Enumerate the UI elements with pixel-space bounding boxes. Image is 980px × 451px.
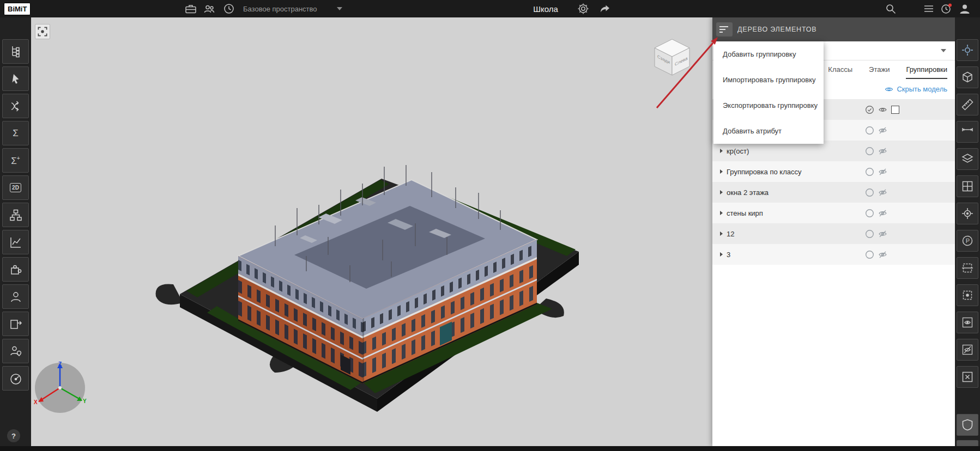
tab-classes[interactable]: Классы (828, 60, 852, 79)
pan-button[interactable] (957, 39, 978, 61)
sum-add-icon: Σ+ (11, 156, 20, 166)
tab-groupings[interactable]: Группировки (906, 60, 947, 79)
axis-y-label: Y (83, 398, 87, 404)
gauge-icon (9, 371, 23, 386)
tree-row[interactable]: 12 (712, 223, 955, 244)
select-circle-icon[interactable] (865, 250, 874, 259)
pan-icon (961, 44, 974, 57)
color-checkbox[interactable] (891, 106, 899, 114)
select-circle-icon[interactable] (865, 229, 874, 239)
expand-arrow-icon[interactable] (720, 211, 723, 215)
layers-icon (961, 153, 974, 166)
bottom-strip (0, 446, 980, 451)
axes-gizmo[interactable]: Z X Y (33, 361, 87, 415)
account-icon[interactable] (958, 2, 971, 15)
settings-gear-icon[interactable] (577, 2, 590, 15)
tree-row[interactable]: стены кирп (712, 203, 955, 223)
left-toolbar: Σ Σ+ 2D (0, 17, 31, 451)
expand-arrow-icon[interactable] (720, 252, 723, 257)
grouping-context-menu: Добавить группировку Импортировать групп… (713, 41, 824, 144)
visibility-off-icon[interactable] (878, 147, 887, 156)
filter-button[interactable] (957, 414, 978, 436)
plan-button[interactable]: P (957, 230, 978, 252)
panel-header: ДЕРЕВО ЭЛЕМЕНТОВ (712, 17, 955, 41)
svg-text:P: P (966, 237, 970, 244)
view-2d-button[interactable]: 2D (2, 175, 29, 200)
notifications-icon[interactable] (940, 2, 953, 15)
select-circle-icon[interactable] (865, 126, 874, 135)
selection-box-button[interactable] (957, 284, 978, 306)
swap-paths-button[interactable] (2, 94, 29, 118)
axis-z-label: Z (58, 361, 62, 367)
project-title: Школа (516, 0, 576, 17)
sum-icon: Σ (13, 129, 19, 138)
select-circle-icon[interactable] (865, 209, 874, 218)
plan-icon: P (961, 234, 974, 247)
team-icon[interactable] (203, 2, 216, 15)
cube-button[interactable] (957, 66, 978, 88)
tree-row[interactable]: 3 (712, 244, 955, 265)
space-dropdown[interactable]: Базовое пространство (243, 0, 317, 17)
user-location-button[interactable] (2, 339, 29, 363)
remove-element-button[interactable] (957, 366, 978, 388)
select-button[interactable] (2, 66, 29, 91)
ruler-icon (961, 98, 974, 111)
menu-list-icon[interactable] (922, 2, 935, 15)
model-tree-button[interactable] (2, 39, 29, 64)
ruler-button[interactable] (957, 94, 978, 115)
selection-box-icon (961, 289, 974, 302)
view-cube[interactable]: Сзади Слева (650, 36, 694, 83)
menu-item-export-grouping[interactable]: Экспортировать группировку (713, 93, 824, 118)
visibility-off-icon[interactable] (878, 209, 887, 218)
focus-icon (961, 207, 974, 220)
hide-element-icon (961, 343, 974, 356)
layers-button[interactable] (957, 148, 978, 170)
visibility-off-icon[interactable] (878, 126, 887, 135)
hide-element-button[interactable] (957, 339, 978, 361)
dimension-button[interactable] (957, 121, 978, 143)
visibility-off-icon[interactable] (878, 250, 887, 259)
axis-x-label: X (34, 399, 38, 405)
sum-button[interactable]: Σ (2, 121, 29, 145)
select-circle-icon[interactable] (865, 188, 874, 197)
visibility-off-icon[interactable] (878, 229, 887, 239)
plugins-button[interactable] (2, 257, 29, 282)
select-check-circle-icon[interactable] (865, 105, 874, 114)
chart-icon (9, 235, 23, 249)
show-element-button[interactable] (957, 312, 978, 333)
history-icon[interactable] (222, 2, 235, 15)
chart-button[interactable] (2, 230, 29, 254)
help-button[interactable]: ? (7, 429, 20, 442)
select-circle-icon[interactable] (865, 167, 874, 176)
sum-add-button[interactable]: Σ+ (2, 148, 29, 173)
export-model-button[interactable] (2, 312, 29, 336)
expand-arrow-icon[interactable] (720, 231, 723, 236)
tree-row[interactable]: окна 2 этажа (712, 182, 955, 203)
expand-arrow-icon[interactable] (720, 149, 723, 153)
gauge-button[interactable] (2, 366, 29, 391)
user-button[interactable] (2, 284, 29, 309)
menu-item-add-attribute[interactable]: Добавить атрибут (713, 118, 824, 144)
focus-button[interactable] (957, 203, 978, 224)
fit-view-button[interactable] (35, 24, 50, 39)
tab-floors[interactable]: Этажи (869, 60, 890, 79)
section-icon (961, 261, 974, 275)
tree-row[interactable]: Группировка по классу (712, 161, 955, 182)
toolbox-icon[interactable] (184, 2, 197, 15)
search-icon[interactable] (884, 2, 897, 15)
expand-arrow-icon[interactable] (720, 169, 723, 174)
hierarchy-button[interactable] (2, 203, 29, 227)
section-button[interactable] (957, 257, 978, 279)
visibility-off-icon[interactable] (878, 188, 887, 197)
visibility-off-icon[interactable] (878, 167, 887, 176)
expand-arrow-icon[interactable] (720, 190, 723, 194)
menu-item-import-grouping[interactable]: Импортировать группировку (713, 67, 824, 93)
panel-menu-button[interactable] (716, 22, 733, 36)
select-circle-icon[interactable] (865, 147, 874, 156)
user-location-icon (9, 344, 23, 358)
select-icon (9, 72, 23, 86)
menu-item-add-grouping[interactable]: Добавить группировку (713, 41, 824, 67)
grid-button[interactable] (957, 175, 978, 197)
share-icon[interactable] (598, 2, 612, 15)
visibility-eye-icon[interactable] (878, 105, 887, 114)
